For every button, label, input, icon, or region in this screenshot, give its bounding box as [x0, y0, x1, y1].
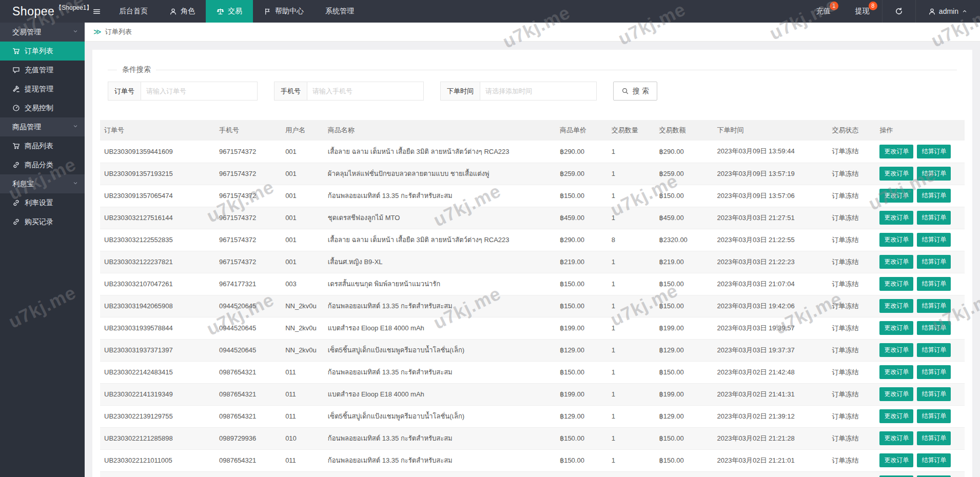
- order-time-input[interactable]: [480, 82, 597, 101]
- settle-order-button[interactable]: 结算订单: [917, 233, 951, 247]
- order-time-label: 下单时间: [440, 82, 480, 101]
- user-menu[interactable]: admin: [915, 0, 980, 23]
- cell-product-name: ก้อนพลอยอเมทิสต์ 13.35 กะรัตสำหรับสะสม: [324, 361, 556, 383]
- cell-status: 订单冻结: [828, 383, 876, 405]
- withdraw-badge: 8: [869, 2, 877, 10]
- settle-order-button[interactable]: 结算订单: [917, 321, 951, 335]
- sidebar-item-label: 商品列表: [25, 142, 53, 151]
- cell-amount: ฿199.00: [655, 383, 713, 405]
- cell-phone: 9671574372: [215, 185, 281, 207]
- edit-order-button[interactable]: 更改订单: [879, 189, 913, 203]
- header-order-time: 下单时间: [713, 120, 828, 141]
- cell-username: 001: [281, 207, 324, 229]
- cell-actions: 更改订单结算订单: [875, 383, 965, 405]
- cell-order-time: 2023年03月03日 21:27:51: [713, 207, 828, 229]
- cell-order-time: 2023年03月03日 21:22:23: [713, 251, 828, 273]
- cell-phone: 9671574372: [215, 141, 281, 163]
- sidebar-item-withdraw-manage[interactable]: 提现管理: [0, 80, 85, 98]
- cell-order-id: UB2303091357193215: [100, 163, 215, 185]
- edit-order-button[interactable]: 更改订单: [879, 321, 913, 335]
- cell-quantity: 1: [607, 405, 655, 427]
- table-row: UB23030221210110050987654321011ก้อนพลอยอ…: [100, 449, 965, 471]
- cell-product-name: ก้อนพลอยอเมทิสต์ 13.35 กะรัตสำหรับสะสม: [324, 449, 556, 471]
- sidebar-item-goods-list[interactable]: 商品列表: [0, 136, 85, 155]
- edit-order-button[interactable]: 更改订单: [879, 255, 913, 269]
- table-row: UB23030321275161449671574372001ชุดเดรสชี…: [100, 207, 965, 229]
- order-time-field-group: 下单时间: [440, 82, 597, 101]
- cell-order-id: UB2303031939578844: [100, 317, 215, 339]
- nav-item-trade[interactable]: 交易: [206, 0, 253, 23]
- topbar: Shopee 【Shopee1】 后台首页角色交易帮助中心系统管理 充值1提现8…: [0, 0, 980, 23]
- cell-status: 订单冻结: [828, 427, 876, 449]
- cell-product-name: เสื้อลาย ฉลาม เต็มหน้า เสื้อยืด 3มิติ ลา…: [324, 229, 556, 251]
- edit-order-button[interactable]: 更改订单: [879, 409, 913, 423]
- nav-item-system[interactable]: 系统管理: [315, 0, 365, 23]
- settle-order-button[interactable]: 结算订单: [917, 189, 951, 203]
- edit-order-button[interactable]: 更改订单: [879, 453, 913, 467]
- search-row: 订单号手机号下单时间搜 索: [108, 82, 957, 101]
- sidebar-item-rate-setting[interactable]: 利率设置: [0, 193, 85, 212]
- settle-order-button[interactable]: 结算订单: [917, 387, 951, 401]
- refresh-button[interactable]: [882, 0, 915, 23]
- cell-actions: 更改订单结算订单: [875, 251, 965, 273]
- nav-item-help[interactable]: 帮助中心: [253, 0, 315, 23]
- cell-order-id: UB2303032122237821: [100, 251, 215, 273]
- sidebar-item-purchase-record[interactable]: 购买记录: [0, 212, 85, 231]
- sidebar-item-order-list[interactable]: 订单列表: [0, 42, 85, 61]
- settle-order-button[interactable]: 结算订单: [917, 255, 951, 269]
- edit-order-button[interactable]: 更改订单: [879, 233, 913, 247]
- cell-order-time: 2023年03月02日 21:41:31: [713, 383, 828, 405]
- recharge-button[interactable]: 充值1: [804, 0, 843, 23]
- cell-username: 001: [281, 185, 324, 207]
- edit-order-button[interactable]: 更改订单: [879, 387, 913, 401]
- sidebar-item-recharge-manage[interactable]: 充值管理: [0, 61, 85, 80]
- settle-order-button[interactable]: 结算订单: [917, 299, 951, 313]
- cell-status: 订单冻结: [828, 163, 876, 185]
- settle-order-button[interactable]: 结算订单: [917, 431, 951, 445]
- edit-order-button[interactable]: 更改订单: [879, 431, 913, 445]
- settle-order-button[interactable]: 结算订单: [917, 453, 951, 467]
- settle-order-button[interactable]: 结算订单: [917, 365, 951, 379]
- cell-unit-price: ฿150.00: [556, 361, 607, 383]
- cell-unit-price: ฿150.00: [556, 449, 607, 471]
- edit-order-button[interactable]: 更改订单: [879, 299, 913, 313]
- cell-quantity: 1: [607, 163, 655, 185]
- sidebar-group-interest-treasure[interactable]: 利息宝: [0, 174, 85, 193]
- sidebar-item-trade-control[interactable]: 交易控制: [0, 98, 85, 117]
- withdraw-button[interactable]: 提现8: [843, 0, 882, 23]
- settle-order-button[interactable]: 结算订单: [917, 211, 951, 225]
- cell-username: 003: [281, 273, 324, 295]
- nav-item-home[interactable]: 后台首页: [108, 0, 159, 23]
- nav-item-role[interactable]: 角色: [159, 0, 206, 23]
- cell-order-id: UB2303022139129755: [100, 405, 215, 427]
- cell-product-name: ก้อนพลอยอเมทิสต์ 13.35 กะรัตสำหรับสะสม: [324, 295, 556, 317]
- edit-order-button[interactable]: 更改订单: [879, 167, 913, 181]
- edit-order-button[interactable]: 更改订单: [879, 277, 913, 291]
- cell-amount: ฿150.00: [655, 295, 713, 317]
- search-button[interactable]: 搜 索: [613, 82, 657, 101]
- cell-unit-price: ฿150.00: [556, 295, 607, 317]
- edit-order-button[interactable]: 更改订单: [879, 343, 913, 357]
- phone-input[interactable]: [307, 82, 424, 101]
- settle-order-button[interactable]: 结算订单: [917, 167, 951, 181]
- cell-order-id: UB2303022120294836: [100, 471, 215, 477]
- edit-order-button[interactable]: 更改订单: [879, 211, 913, 225]
- settle-order-button[interactable]: 结算订单: [917, 145, 951, 158]
- settle-order-button[interactable]: 结算订单: [917, 277, 951, 291]
- order-no-input[interactable]: [141, 82, 258, 101]
- sidebar-group-trade-manage[interactable]: 交易管理: [0, 23, 85, 42]
- cell-phone: 0944520645: [215, 339, 281, 361]
- cell-unit-price: ฿129.00: [556, 339, 607, 361]
- cell-quantity: 1: [607, 273, 655, 295]
- table-row: UB23030221202948360986252105023ก้อนพลอยอ…: [100, 471, 965, 477]
- sidebar-group-goods-manage[interactable]: 商品管理: [0, 117, 85, 136]
- cell-order-id: UB2303022142483415: [100, 361, 215, 383]
- settle-order-button[interactable]: 结算订单: [917, 409, 951, 423]
- header-quantity: 交易数量: [607, 120, 655, 141]
- header-product-name: 商品名称: [324, 120, 556, 141]
- sidebar-item-goods-category[interactable]: 商品分类: [0, 155, 85, 174]
- cell-phone: 0944520645: [215, 295, 281, 317]
- settle-order-button[interactable]: 结算订单: [917, 343, 951, 357]
- edit-order-button[interactable]: 更改订单: [879, 145, 913, 158]
- edit-order-button[interactable]: 更改订单: [879, 365, 913, 379]
